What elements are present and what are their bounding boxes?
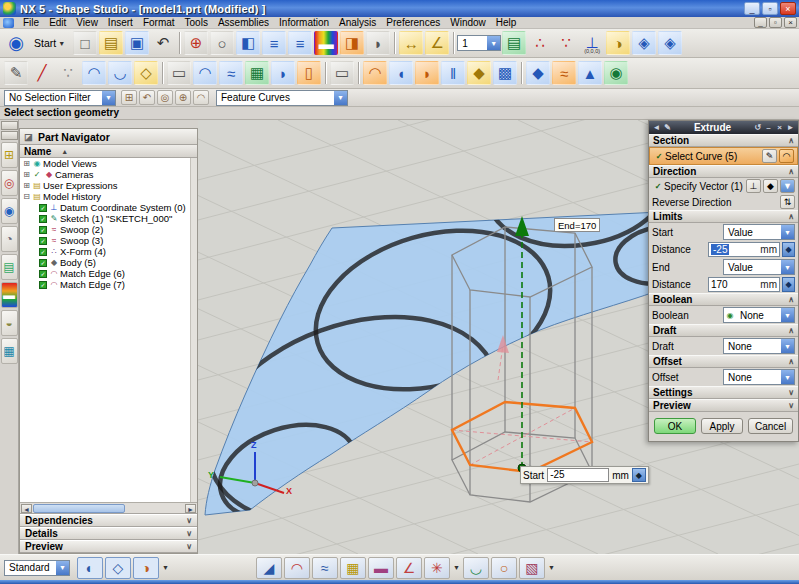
offset-group-header[interactable]: Offset ∧ bbox=[649, 355, 798, 368]
boolean-combo[interactable]: ◉ None ▼ bbox=[723, 307, 795, 323]
close-button[interactable]: × bbox=[780, 2, 796, 15]
section-group-header[interactable]: Section ∧ bbox=[649, 134, 798, 147]
new-file-button[interactable]: □ bbox=[73, 31, 97, 55]
start-distance-spinner[interactable]: ◆ bbox=[782, 242, 795, 257]
menu-assemblies[interactable]: Assemblies bbox=[213, 17, 274, 29]
dialog-title-bar[interactable]: ◄ ✎ Extrude ↺ – × ► bbox=[649, 121, 798, 134]
gallery-icon[interactable]: ▦ bbox=[1, 338, 18, 364]
dialog-close-icon[interactable]: × bbox=[774, 123, 785, 132]
object-display-button[interactable]: ◑ bbox=[606, 31, 630, 55]
mdi-minimize-button[interactable]: _ bbox=[754, 17, 767, 28]
boolean-button[interactable]: ◉ bbox=[604, 61, 628, 85]
draft-group-header[interactable]: Draft ∧ bbox=[649, 324, 798, 337]
plane-button[interactable]: ▭ bbox=[330, 61, 354, 85]
curvature-comb-button[interactable]: ∠ bbox=[396, 557, 422, 579]
ok-button[interactable]: OK bbox=[654, 418, 696, 434]
menu-edit[interactable]: Edit bbox=[44, 17, 71, 29]
mdi-restore-button[interactable]: ▫ bbox=[769, 17, 782, 28]
specify-vector-row[interactable]: ✓ Specify Vector (1) ⊥ ◆ ▼ bbox=[649, 178, 798, 194]
extrude-button[interactable]: ▲ bbox=[578, 61, 602, 85]
tree-item-model-views[interactable]: ⊞ ◉ Model Views bbox=[20, 158, 197, 169]
history-icon[interactable]: ◔ bbox=[1, 226, 18, 252]
expand-icon[interactable]: ⊞ bbox=[22, 159, 31, 168]
menu-tools[interactable]: Tools bbox=[180, 17, 213, 29]
direction-group-header[interactable]: Direction ∧ bbox=[649, 165, 798, 178]
menu-format[interactable]: Format bbox=[138, 17, 180, 29]
expand-icon[interactable]: ⊞ bbox=[22, 181, 31, 190]
sketch-section-button[interactable]: ✎ bbox=[762, 149, 777, 163]
menu-file[interactable]: File bbox=[18, 17, 44, 29]
tree-item-swoop-2[interactable]: ✓ ≈ Swoop (2) bbox=[20, 224, 197, 235]
studio-surface-button[interactable]: ◗ bbox=[271, 61, 295, 85]
boolean-group-header[interactable]: Boolean ∧ bbox=[649, 293, 798, 306]
scrollbar-thumb[interactable] bbox=[33, 504, 125, 513]
undo-selection-button[interactable]: ↶ bbox=[139, 90, 155, 105]
through-curves-button[interactable]: ◠ bbox=[193, 61, 217, 85]
mdi-close-button[interactable]: × bbox=[784, 17, 797, 28]
curve-rule-combo[interactable]: Feature Curves ▼ bbox=[216, 90, 348, 106]
measure-distance-button[interactable]: ↔ bbox=[399, 31, 423, 55]
expand-icon[interactable]: ⊞ bbox=[22, 170, 31, 179]
feature-checkbox[interactable]: ✓ bbox=[39, 237, 47, 245]
refresh-zoom-button[interactable]: ○ bbox=[491, 557, 517, 579]
reset-icon[interactable]: ↺ bbox=[752, 123, 763, 132]
line-button[interactable]: ╱ bbox=[30, 61, 54, 85]
feature-checkbox[interactable]: ✓ bbox=[39, 226, 47, 234]
chevron-down-icon[interactable]: ▼ bbox=[548, 564, 555, 571]
undo-button[interactable]: ↶ bbox=[151, 31, 175, 55]
render-style-button[interactable]: ◑ bbox=[133, 557, 159, 579]
snap-point-button[interactable]: ⊞ bbox=[121, 90, 137, 105]
datum-csys-button[interactable]: ⊥ (0,0,0) bbox=[580, 31, 604, 55]
feature-checkbox[interactable]: ✓ bbox=[39, 281, 47, 289]
wireframe-view-button[interactable]: ◇ bbox=[105, 557, 131, 579]
feature-checkbox[interactable]: ✓ bbox=[39, 248, 47, 256]
menu-view[interactable]: View bbox=[71, 17, 103, 29]
feature-checkbox[interactable]: ✓ bbox=[39, 259, 47, 267]
apply-button[interactable]: Apply bbox=[701, 418, 743, 434]
tree-item-match-edge-6[interactable]: ✓ ◠ Match Edge (6) bbox=[20, 268, 197, 279]
vector-dropdown-button[interactable]: ▼ bbox=[780, 179, 795, 193]
curve-rule-button[interactable]: ◠ bbox=[193, 90, 209, 105]
chevron-down-icon[interactable]: ▼ bbox=[162, 564, 169, 571]
tree-item-model-history[interactable]: ⊟ ▤ Model History bbox=[20, 191, 197, 202]
display-part-button[interactable]: ◗ bbox=[366, 31, 390, 55]
feature-checkbox[interactable]: ✓ bbox=[39, 215, 47, 223]
fit-view-button[interactable]: ⊕ bbox=[184, 31, 208, 55]
end-distance-label[interactable]: End=170 bbox=[554, 218, 600, 232]
part-navigator-header[interactable]: ◪ Part Navigator bbox=[20, 129, 197, 145]
ribbon-builder-button[interactable]: ≈ bbox=[552, 61, 576, 85]
resource-tab[interactable] bbox=[1, 131, 18, 140]
reverse-direction-button[interactable]: ⇅ bbox=[780, 195, 795, 209]
end-distance-spinner[interactable]: ◆ bbox=[782, 277, 795, 292]
cancel-button[interactable]: Cancel bbox=[748, 418, 793, 434]
four-point-surface-button[interactable]: ◆ bbox=[526, 61, 550, 85]
open-file-button[interactable]: ▤ bbox=[99, 31, 123, 55]
settings-group-header[interactable]: Settings ∨ bbox=[649, 386, 798, 399]
start-distance-field[interactable]: -25 mm bbox=[708, 242, 780, 257]
copy-object-button[interactable]: ◈ bbox=[658, 31, 682, 55]
swap-model-button[interactable]: ◨ bbox=[340, 31, 364, 55]
view-scale-combo[interactable]: 1 ▼ bbox=[457, 35, 501, 51]
tree-vertical-scrollbar[interactable] bbox=[190, 158, 197, 502]
quilt-button[interactable]: ▩ bbox=[493, 61, 517, 85]
limits-group-header[interactable]: Limits ∧ bbox=[649, 210, 798, 223]
measure-angle-button[interactable]: ∠ bbox=[425, 31, 449, 55]
resource-tab[interactable] bbox=[1, 121, 18, 130]
reverse-direction-row[interactable]: Reverse Direction ⇅ bbox=[649, 194, 798, 210]
tree-item-swoop-3[interactable]: ✓ ≈ Swoop (3) bbox=[20, 235, 197, 246]
end-distance-field[interactable]: 170 mm bbox=[708, 277, 780, 292]
constraint-navigator-icon[interactable]: ◎ bbox=[1, 170, 18, 196]
tree-column-header[interactable]: Name ▲ bbox=[20, 145, 197, 158]
start-distance-input[interactable]: -25 bbox=[547, 468, 609, 482]
select-curve-row[interactable]: ✓ Select Curve (5) ✎ ◠ bbox=[649, 147, 798, 165]
menu-preferences[interactable]: Preferences bbox=[381, 17, 445, 29]
surface-check-button[interactable]: ◡ bbox=[463, 557, 489, 579]
tree-item-xform[interactable]: ✓ ∴ X-Form (4) bbox=[20, 246, 197, 257]
mesh-surface-button[interactable]: ▦ bbox=[245, 61, 269, 85]
highlight-button[interactable]: ◎ bbox=[157, 90, 173, 105]
palettes-icon[interactable]: ▤ bbox=[1, 254, 18, 280]
template-combo[interactable]: Standard ▼ bbox=[4, 560, 70, 576]
section-view-button[interactable]: ≡ bbox=[288, 31, 312, 55]
preview-section[interactable]: Preview ∨ bbox=[20, 540, 197, 553]
shaded-with-edges-button[interactable]: ◐ bbox=[77, 557, 103, 579]
